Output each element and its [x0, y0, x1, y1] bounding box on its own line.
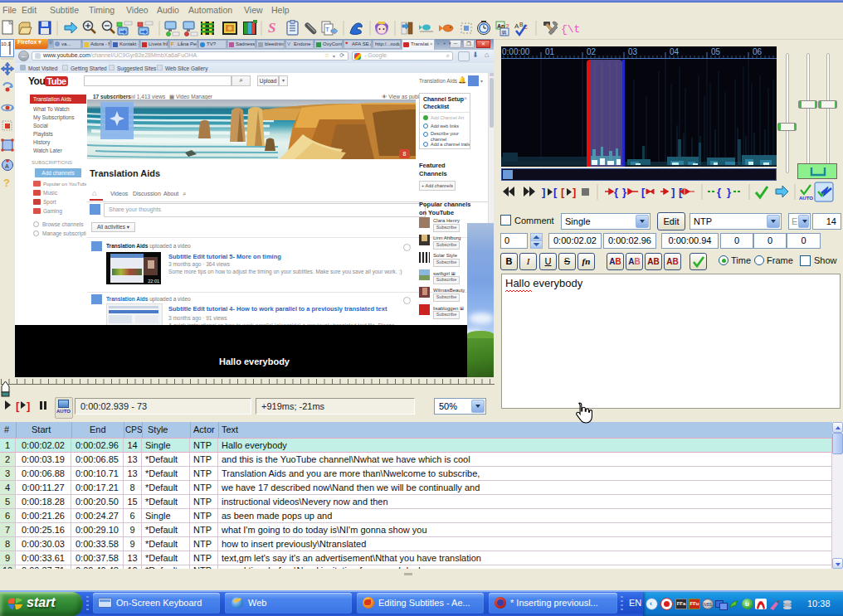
svg-text:}: } [622, 186, 626, 198]
svg-text:?: ? [3, 177, 10, 189]
svg-text:10,1: 10,1 [1, 41, 11, 46]
svg-text:AUTO: AUTO [799, 196, 813, 201]
svg-text:04: 04 [670, 47, 680, 56]
svg-text:[: [ [553, 186, 558, 198]
svg-text:]: ] [27, 400, 30, 412]
svg-text:}: } [727, 186, 731, 198]
svg-text:T: T [325, 26, 329, 33]
svg-text:02: 02 [587, 47, 597, 56]
svg-text:]: ] [542, 186, 545, 198]
svg-text:{\t}: {\t} [561, 23, 581, 36]
svg-text:[: [ [16, 400, 20, 412]
svg-text:{: { [717, 186, 721, 198]
svg-text:A: A [5, 163, 9, 169]
svg-text:男: 男 [501, 30, 507, 36]
svg-text:0:00:00: 0:00:00 [502, 47, 530, 56]
svg-text:03: 03 [628, 47, 638, 56]
svg-text:[: [ [561, 186, 565, 198]
svg-text:01: 01 [545, 47, 555, 56]
svg-text:S: S [268, 20, 275, 36]
svg-text:[: [ [641, 186, 646, 198]
svg-text:{: { [614, 186, 618, 198]
svg-text:]: ] [573, 186, 576, 198]
svg-text:06: 06 [753, 47, 763, 56]
svg-text:]: ] [671, 186, 675, 198]
svg-text:?: ? [505, 22, 509, 30]
svg-text:05: 05 [711, 47, 721, 56]
